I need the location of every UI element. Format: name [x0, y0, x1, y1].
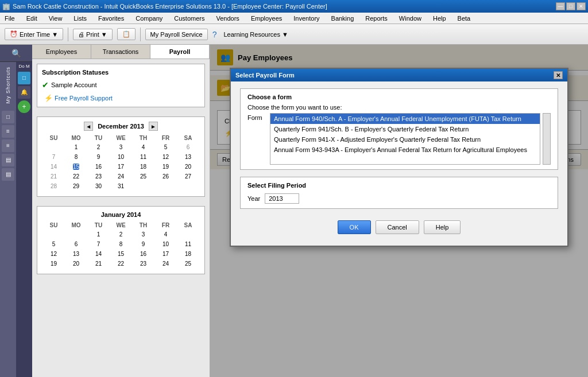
- minimize-button[interactable]: —: [556, 2, 565, 10]
- listbox-scrollbar[interactable]: [543, 113, 551, 165]
- shortcut-icon-3[interactable]: ≡: [2, 139, 14, 152]
- tab-payroll[interactable]: Payroll: [150, 45, 210, 59]
- search-area[interactable]: 🔍: [0, 45, 32, 62]
- shortcut-icon-2[interactable]: ≡: [2, 125, 14, 138]
- help-button[interactable]: Help: [424, 220, 461, 234]
- menu-file[interactable]: File: [2, 14, 17, 23]
- cal-day[interactable]: 12: [43, 250, 64, 258]
- form-listbox[interactable]: Annual Form 940/Sch. A - Employer's Annu…: [270, 113, 540, 165]
- cal-day[interactable]: 5: [43, 240, 64, 248]
- cal-day[interactable]: 13: [177, 153, 199, 161]
- cal-day[interactable]: 7: [88, 240, 109, 248]
- cal-day[interactable]: 22: [65, 172, 87, 181]
- cal-day[interactable]: 15: [110, 250, 131, 258]
- cal-day[interactable]: 26: [155, 172, 176, 181]
- cal-day[interactable]: 16: [133, 250, 154, 258]
- cal-day[interactable]: [43, 143, 64, 151]
- ok-button[interactable]: OK: [338, 220, 371, 234]
- cal-day[interactable]: 10: [110, 153, 131, 161]
- cal-day[interactable]: 24: [155, 259, 176, 268]
- cal-day[interactable]: 8: [65, 153, 87, 161]
- cal-day[interactable]: 8: [110, 240, 131, 248]
- cal-day[interactable]: 9: [133, 240, 154, 248]
- shortcut-icon-5[interactable]: ▤: [2, 168, 14, 181]
- cal-day[interactable]: 6: [177, 143, 199, 151]
- cal-day[interactable]: 12: [155, 153, 176, 161]
- tab-employees[interactable]: Employees: [32, 45, 91, 59]
- cal-day[interactable]: 31: [110, 182, 131, 191]
- cal-day[interactable]: 4: [133, 143, 154, 151]
- menu-beta[interactable]: Beta: [455, 14, 473, 23]
- search-icon[interactable]: 🔍: [11, 49, 21, 58]
- cal-day[interactable]: 17: [110, 162, 131, 171]
- cal-day[interactable]: [65, 230, 87, 239]
- cal-day[interactable]: 27: [177, 172, 199, 181]
- menu-window[interactable]: Window: [397, 14, 424, 23]
- menu-reports[interactable]: Reports: [363, 14, 390, 23]
- cal-day[interactable]: 13: [65, 250, 87, 258]
- menu-company[interactable]: Company: [133, 14, 165, 23]
- do-more-icon-add[interactable]: +: [18, 100, 30, 113]
- form-option-2[interactable]: Quarterly Form 941-X - Adjusted Employer…: [270, 134, 540, 145]
- cal-day[interactable]: 19: [43, 259, 64, 268]
- cal-day[interactable]: [177, 230, 199, 239]
- cal-day[interactable]: 16: [88, 162, 109, 171]
- cal-day[interactable]: 23: [133, 259, 154, 268]
- form-option-0[interactable]: Annual Form 940/Sch. A - Employer's Annu…: [270, 114, 540, 124]
- cal-day[interactable]: 3: [110, 143, 131, 151]
- cal-day[interactable]: 22: [110, 259, 131, 268]
- cal-day[interactable]: 20: [177, 162, 199, 171]
- menu-edit[interactable]: Edit: [24, 14, 40, 23]
- cal-day[interactable]: 19: [155, 162, 176, 171]
- cal-day[interactable]: 21: [43, 172, 64, 181]
- menu-customers[interactable]: Customers: [172, 14, 207, 23]
- cancel-button[interactable]: Cancel: [376, 220, 419, 234]
- extra-toolbar-button[interactable]: 📋: [117, 28, 136, 40]
- learning-resources-button[interactable]: Learning Resources ▼: [219, 29, 292, 40]
- free-payroll-support-link[interactable]: ⚡ Free Payroll Support: [44, 94, 200, 102]
- do-more-icon-1[interactable]: □: [18, 72, 30, 84]
- cal-day[interactable]: [43, 230, 64, 239]
- cal-day[interactable]: 14: [88, 250, 109, 258]
- menu-favorites[interactable]: Favorites: [96, 14, 126, 23]
- year-input[interactable]: [265, 193, 299, 204]
- shortcut-icon-1[interactable]: □: [2, 111, 14, 123]
- my-payroll-service-button[interactable]: My Payroll Service: [145, 29, 208, 40]
- menu-banking[interactable]: Banking: [329, 14, 357, 23]
- window-controls[interactable]: — □ ✕: [556, 2, 586, 10]
- cal-day[interactable]: 23: [88, 172, 109, 181]
- cal-day[interactable]: 11: [177, 240, 199, 248]
- cal-day[interactable]: 18: [133, 162, 154, 171]
- menu-employees[interactable]: Employees: [249, 14, 284, 23]
- cal-day[interactable]: 7: [43, 153, 64, 161]
- do-more-icon-2[interactable]: 🔔: [18, 86, 30, 99]
- cal-day[interactable]: 20: [65, 259, 87, 268]
- cal-day[interactable]: [177, 182, 199, 191]
- cal-day[interactable]: 10: [155, 240, 176, 248]
- form-option-3[interactable]: Annual Form 943-943A - Employer's Annual…: [270, 145, 540, 155]
- cal-day[interactable]: 18: [177, 250, 199, 258]
- cal-day[interactable]: [155, 182, 176, 191]
- cal-day[interactable]: 24: [110, 172, 131, 181]
- dialog-close-button[interactable]: ✕: [554, 71, 563, 79]
- cal-day[interactable]: 3: [133, 230, 154, 239]
- tab-transactions[interactable]: Transactions: [91, 45, 150, 59]
- menu-inventory[interactable]: Inventory: [291, 14, 322, 23]
- cal-day[interactable]: 2: [88, 143, 109, 151]
- cal-day[interactable]: 2: [110, 230, 131, 239]
- cal-day[interactable]: 30: [88, 182, 109, 191]
- menu-lists[interactable]: Lists: [71, 14, 89, 23]
- cal-day[interactable]: 14: [43, 162, 64, 171]
- cal-day[interactable]: 17: [155, 250, 176, 258]
- cal-day[interactable]: 28: [43, 182, 64, 191]
- maximize-button[interactable]: □: [566, 2, 575, 10]
- cal-day[interactable]: [133, 182, 154, 191]
- cal-day[interactable]: 6: [65, 240, 87, 248]
- cal-day[interactable]: 11: [133, 153, 154, 161]
- cal-day-today[interactable]: 15: [65, 162, 87, 171]
- cal-day[interactable]: 21: [88, 259, 109, 268]
- print-button[interactable]: 🖨 Print ▼: [73, 29, 113, 40]
- shortcut-icon-4[interactable]: ▤: [2, 154, 14, 166]
- cal-day[interactable]: 1: [65, 143, 87, 151]
- form-option-1[interactable]: Quarterly Form 941/Sch. B - Employer's Q…: [270, 124, 540, 134]
